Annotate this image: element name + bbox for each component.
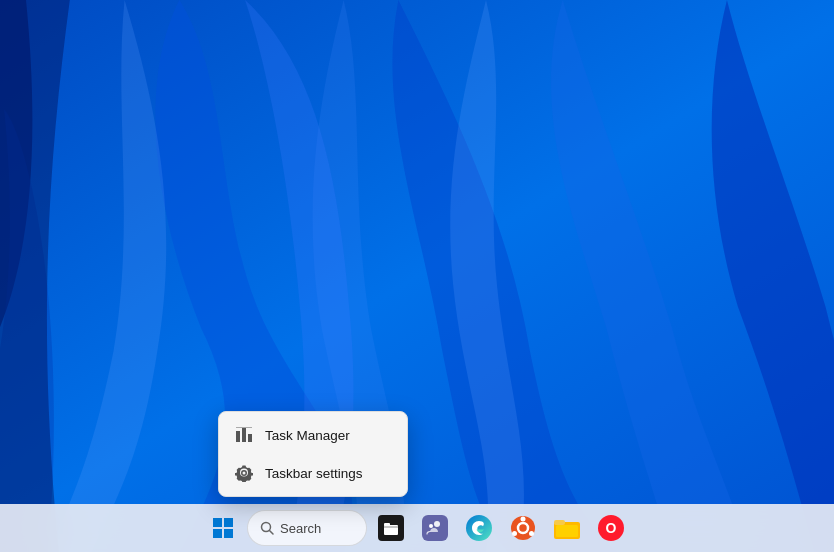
files-taskbar-button[interactable] (547, 508, 587, 548)
svg-rect-8 (224, 529, 233, 538)
svg-point-19 (512, 531, 517, 536)
svg-rect-6 (224, 518, 233, 527)
edge-taskbar-button[interactable] (459, 508, 499, 548)
svg-point-13 (434, 521, 440, 527)
taskbar-settings-label: Taskbar settings (265, 466, 363, 481)
gear-icon (235, 464, 253, 482)
svg-rect-2 (242, 428, 246, 442)
svg-point-14 (429, 524, 433, 528)
file-explorer-taskbar-button[interactable] (371, 508, 411, 548)
svg-rect-1 (236, 431, 240, 442)
start-button[interactable] (203, 508, 243, 548)
search-bar[interactable]: Search (247, 510, 367, 546)
task-manager-label: Task Manager (265, 428, 350, 443)
wallpaper (0, 0, 834, 552)
svg-rect-11 (384, 525, 398, 535)
file-explorer-icon (378, 515, 404, 541)
svg-rect-3 (248, 434, 252, 442)
search-icon (260, 521, 274, 535)
svg-rect-12 (384, 523, 390, 526)
svg-point-18 (529, 531, 534, 536)
context-menu: Task Manager Taskbar settings (218, 411, 408, 497)
teams-icon (422, 515, 448, 541)
taskbar: Search (0, 504, 834, 552)
taskbar-icons: Search (203, 508, 631, 548)
svg-point-17 (521, 517, 526, 522)
search-label: Search (280, 521, 321, 536)
ubuntu-taskbar-button[interactable] (503, 508, 543, 548)
task-manager-icon (235, 426, 253, 444)
svg-rect-21 (554, 520, 565, 525)
svg-rect-7 (213, 529, 222, 538)
teams-taskbar-button[interactable] (415, 508, 455, 548)
svg-line-10 (270, 531, 274, 535)
ubuntu-icon (510, 515, 536, 541)
svg-rect-4 (236, 427, 252, 428)
context-menu-item-taskbar-settings[interactable]: Taskbar settings (219, 454, 407, 492)
desktop: Task Manager Taskbar settings (0, 0, 834, 552)
context-menu-item-task-manager[interactable]: Task Manager (219, 416, 407, 454)
files-icon (554, 515, 580, 541)
opera-taskbar-button[interactable]: O (591, 508, 631, 548)
opera-icon: O (598, 515, 624, 541)
svg-rect-22 (556, 525, 578, 537)
edge-icon (466, 515, 492, 541)
svg-rect-5 (213, 518, 222, 527)
